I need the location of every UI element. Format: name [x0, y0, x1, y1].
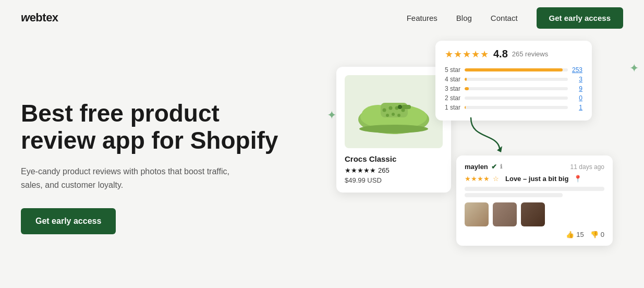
- arrow-decoration: [466, 113, 507, 154]
- rating-bar-bg-1: [465, 106, 568, 109]
- review-photo-3: [521, 202, 545, 226]
- like-count: 15: [576, 231, 584, 238]
- rating-bar-bg-5: [465, 68, 568, 71]
- rating-score: 4.8: [493, 48, 508, 60]
- review-header: maylen ✔ ℹ 11 days ago: [465, 163, 604, 171]
- rating-bar-fill-5: [465, 68, 563, 71]
- croc-shoe-icon: [352, 83, 435, 140]
- nav-link-contact[interactable]: Contact: [491, 14, 518, 22]
- review-time: 11 days ago: [570, 163, 604, 171]
- product-card: Crocs Classic ★★★★★ 265 $49.99 USD: [336, 67, 451, 193]
- review-photo-2: [493, 202, 517, 226]
- review-photo-1: [465, 202, 489, 226]
- rating-count-4: 3: [572, 76, 582, 83]
- rating-count-3: 9: [572, 85, 582, 92]
- star-decoration-left: ✦: [327, 109, 336, 122]
- review-photos: [465, 202, 604, 226]
- svg-point-11: [359, 125, 428, 133]
- rating-count: 265 reviews: [512, 50, 548, 58]
- rating-summary-card: ★★★★★ 4.8 265 reviews 5 star 253 4 star …: [435, 41, 592, 121]
- review-card: maylen ✔ ℹ 11 days ago ★★★★ ☆ Love – jus…: [456, 155, 613, 246]
- rating-count-2: 0: [572, 94, 582, 102]
- navbar: webtex Features Blog Contact Get early a…: [0, 0, 644, 35]
- rating-row-5star: 5 star 253: [445, 66, 582, 74]
- info-icon: ℹ: [500, 163, 502, 170]
- rating-stars: ★★★★★: [445, 49, 489, 60]
- svg-point-9: [392, 113, 395, 116]
- review-footer: 👍 15 👎 0: [465, 231, 604, 238]
- svg-rect-12: [402, 105, 411, 109]
- review-stars: ★★★★ ☆ Love – just a bit big 📍: [465, 175, 604, 183]
- rating-count-1: 1: [572, 104, 582, 111]
- svg-point-5: [389, 106, 393, 110]
- star-decoration-right: ✦: [629, 62, 639, 75]
- product-price: $49.99 USD: [345, 176, 443, 184]
- rating-bar-fill-3: [465, 87, 469, 90]
- rating-row-4star: 4 star 3: [445, 76, 582, 83]
- reviewer-info: maylen ✔ ℹ: [465, 163, 502, 171]
- rating-bar-bg-2: [465, 97, 568, 100]
- hero-section: Best free product review app for Shopify…: [0, 35, 644, 288]
- verified-icon: ✔: [491, 163, 497, 171]
- nav-link-features[interactable]: Features: [407, 14, 438, 22]
- svg-point-13: [398, 105, 402, 109]
- product-image: [345, 75, 443, 148]
- nav-links: Features Blog Contact Get early access: [407, 7, 623, 29]
- product-review-count: 265: [378, 166, 390, 174]
- svg-point-4: [383, 109, 386, 112]
- hero-cta-button[interactable]: Get early access: [21, 208, 116, 234]
- rating-bar-fill-1: [465, 106, 466, 109]
- review-star-empty: ☆: [493, 175, 499, 183]
- nav-cta-button[interactable]: Get early access: [537, 7, 623, 29]
- review-location-icon: 📍: [574, 175, 582, 183]
- hero-left: Best free product review app for Shopify…: [21, 100, 292, 235]
- hero-subtitle: Eye-candy product reviews with photos th…: [21, 165, 229, 191]
- svg-point-10: [397, 114, 400, 117]
- logo: webtex: [21, 11, 58, 25]
- review-title: Love – just a bit big: [505, 175, 568, 183]
- rating-count-5: 253: [572, 66, 582, 74]
- product-name: Crocs Classic: [345, 154, 443, 163]
- product-stars: ★★★★★ 265: [345, 166, 443, 174]
- reviewer-name: maylen: [465, 163, 488, 171]
- rating-row-1star: 1 star 1: [445, 104, 582, 111]
- thumbs-up-icon: 👍: [566, 231, 574, 238]
- dislike-count: 0: [601, 231, 604, 238]
- svg-point-8: [386, 114, 389, 117]
- review-body-line-1: [465, 187, 604, 191]
- rating-header: ★★★★★ 4.8 265 reviews: [445, 48, 582, 60]
- thumbs-down-icon: 👎: [590, 231, 599, 238]
- hero-title: Best free product review app for Shopify: [21, 100, 292, 155]
- rating-bar-bg-3: [465, 87, 568, 90]
- rating-row-3star: 3 star 9: [445, 85, 582, 92]
- review-star-filled: ★★★★: [465, 175, 490, 183]
- vote-like: 👍 15: [566, 231, 584, 238]
- rating-bar-bg-4: [465, 78, 568, 81]
- nav-link-blog[interactable]: Blog: [456, 14, 472, 22]
- review-body-line-2: [465, 193, 563, 197]
- rating-bar-fill-4: [465, 78, 467, 81]
- hero-right: Crocs Classic ★★★★★ 265 $49.99 USD ✦ ★★★…: [321, 35, 644, 288]
- rating-row-2star: 2 star 0: [445, 94, 582, 102]
- vote-dislike: 👎 0: [590, 231, 604, 238]
